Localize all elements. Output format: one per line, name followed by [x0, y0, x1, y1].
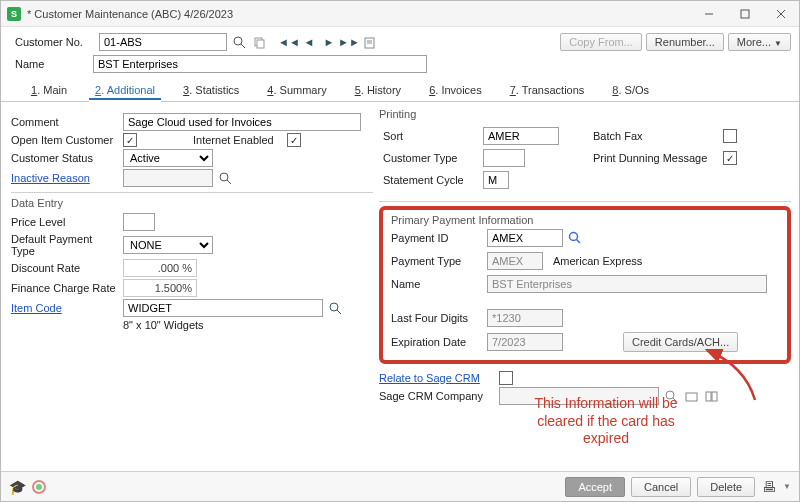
renumber-button[interactable]: Renumber...: [646, 33, 724, 51]
batch-fax-label: Batch Fax: [593, 130, 723, 142]
window-title: * Customer Maintenance (ABC) 4/26/2023: [27, 8, 233, 20]
svg-line-14: [337, 310, 341, 314]
last-four-label: Last Four Digits: [391, 312, 487, 324]
svg-point-15: [570, 233, 578, 241]
default-payment-select[interactable]: NONE: [123, 236, 213, 254]
customer-no-input[interactable]: [99, 33, 227, 51]
discount-rate-input[interactable]: [123, 259, 197, 277]
svg-point-13: [330, 303, 338, 311]
relate-sage-crm-checkbox[interactable]: [499, 371, 513, 385]
tab-invoices[interactable]: 6. Invoices: [427, 81, 484, 101]
primary-payment-panel: Primary Payment Information Payment ID P…: [379, 206, 791, 364]
open-item-label: Open Item Customer: [11, 134, 119, 146]
discount-rate-label: Discount Rate: [11, 262, 119, 274]
name-input[interactable]: [93, 55, 427, 73]
tab-summary[interactable]: 4. Summary: [265, 81, 328, 101]
payment-type-input: [487, 252, 543, 270]
primary-name-label: Name: [391, 278, 487, 290]
primary-name-input: [487, 275, 767, 293]
svg-point-23: [36, 484, 42, 490]
next-record-icon[interactable]: ►: [321, 34, 337, 50]
maximize-button[interactable]: [727, 1, 763, 27]
sage-crm-company-label: Sage CRM Company: [379, 390, 495, 402]
sort-input[interactable]: [483, 127, 559, 145]
delete-button[interactable]: Delete: [697, 477, 755, 497]
primary-payment-title: Primary Payment Information: [391, 214, 781, 226]
annotation-text: This Information will be cleared if the …: [491, 395, 721, 448]
app-icon: S: [7, 7, 21, 21]
data-entry-title: Data Entry: [11, 197, 373, 209]
svg-point-4: [234, 37, 242, 45]
svg-line-12: [227, 180, 231, 184]
relate-sage-crm-link[interactable]: Relate to Sage CRM: [379, 372, 495, 384]
payment-id-input[interactable]: [487, 229, 563, 247]
internet-enabled-checkbox[interactable]: ✓: [287, 133, 301, 147]
internet-enabled-label: Internet Enabled: [193, 134, 283, 146]
expiration-label: Expiration Date: [391, 336, 487, 348]
statement-cycle-input[interactable]: [483, 171, 509, 189]
more-button[interactable]: More... ▼: [728, 33, 791, 51]
prev-record-icon[interactable]: ◄: [301, 34, 317, 50]
help-icon[interactable]: 🎓: [9, 479, 25, 495]
tab-additional[interactable]: 2. Additional: [93, 81, 157, 101]
tab-main[interactable]: 1. Main: [29, 81, 69, 101]
customer-no-label: Customer No.: [15, 36, 95, 48]
favorites-icon[interactable]: [31, 479, 47, 495]
svg-point-11: [220, 173, 228, 181]
accept-button[interactable]: Accept: [565, 477, 625, 497]
tab-statistics[interactable]: 3. Statistics: [181, 81, 241, 101]
item-code-search-icon[interactable]: [327, 300, 343, 316]
price-level-label: Price Level: [11, 216, 119, 228]
customer-status-select[interactable]: Active: [123, 149, 213, 167]
tab-history[interactable]: 5. History: [353, 81, 403, 101]
item-code-description: 8" x 10" Widgets: [123, 319, 204, 331]
svg-rect-1: [741, 10, 749, 18]
customer-type-input[interactable]: [483, 149, 525, 167]
copy-from-button[interactable]: Copy From...: [560, 33, 642, 51]
price-level-input[interactable]: [123, 213, 155, 231]
svg-line-5: [241, 44, 245, 48]
close-button[interactable]: [763, 1, 799, 27]
inactive-reason-link[interactable]: Inactive Reason: [11, 172, 119, 184]
batch-fax-checkbox[interactable]: [723, 129, 737, 143]
cancel-button[interactable]: Cancel: [631, 477, 691, 497]
name-label: Name: [15, 58, 85, 70]
expiration-input: [487, 333, 563, 351]
payment-id-label: Payment ID: [391, 232, 487, 244]
item-code-link[interactable]: Item Code: [11, 302, 119, 314]
svg-line-16: [577, 240, 581, 244]
search-icon[interactable]: [231, 34, 247, 50]
last-four-input: [487, 309, 563, 327]
inactive-reason-search-icon[interactable]: [217, 170, 233, 186]
item-code-input[interactable]: [123, 299, 323, 317]
minimize-button[interactable]: [691, 1, 727, 27]
credit-cards-ach-button[interactable]: Credit Cards/ACH...: [623, 332, 738, 352]
titlebar: S * Customer Maintenance (ABC) 4/26/2023: [1, 1, 799, 27]
sort-label: Sort: [383, 130, 483, 142]
first-record-icon[interactable]: ◄◄: [281, 34, 297, 50]
inactive-reason-input: [123, 169, 213, 187]
payment-type-description: American Express: [553, 255, 642, 267]
payment-type-label: Payment Type: [391, 255, 487, 267]
notes-icon[interactable]: [361, 34, 377, 50]
tab-sos[interactable]: 8. S/Os: [610, 81, 651, 101]
payment-id-search-icon[interactable]: [567, 230, 583, 246]
copy-icon[interactable]: [251, 34, 267, 50]
finance-charge-label: Finance Charge Rate: [11, 282, 119, 294]
default-payment-label: Default Payment Type: [11, 233, 119, 257]
tab-transactions[interactable]: 7. Transactions: [508, 81, 587, 101]
tabstrip: 1. Main 2. Additional 3. Statistics 4. S…: [1, 77, 799, 102]
printing-title: Printing: [379, 108, 791, 120]
bottom-toolbar: 🎓 Accept Cancel Delete 🖶 ▼: [1, 471, 799, 501]
open-item-checkbox[interactable]: ✓: [123, 133, 137, 147]
finance-charge-input[interactable]: [123, 279, 197, 297]
comment-input[interactable]: [123, 113, 361, 131]
customer-status-label: Customer Status: [11, 152, 119, 164]
dunning-checkbox[interactable]: ✓: [723, 151, 737, 165]
last-record-icon[interactable]: ►►: [341, 34, 357, 50]
comment-label: Comment: [11, 116, 119, 128]
dunning-label: Print Dunning Message: [593, 152, 723, 164]
print-icon[interactable]: 🖶: [761, 479, 777, 495]
customer-type-label: Customer Type: [383, 152, 483, 164]
statement-cycle-label: Statement Cycle: [383, 174, 483, 186]
